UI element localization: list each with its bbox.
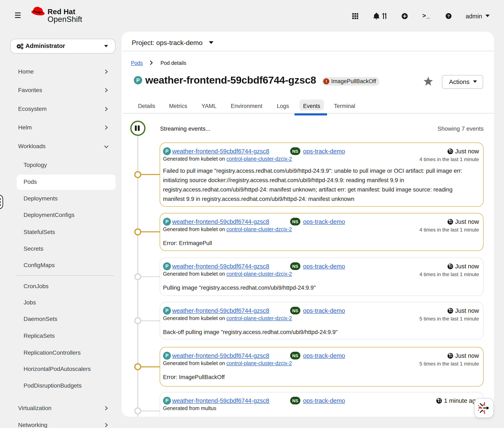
svg-text:?: ? [447,14,450,18]
